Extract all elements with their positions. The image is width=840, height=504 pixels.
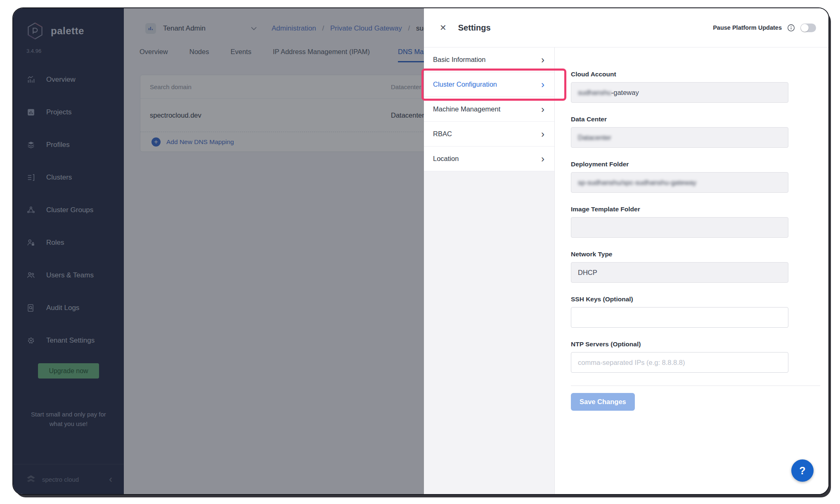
field-placeholder: comma-separated IPs (e.g: 8.8.8.8) [578, 359, 685, 367]
cloud-account-group: Cloud Account sudhanshu-gateway [571, 71, 820, 103]
pause-platform-updates-control: Pause Platform Updates [713, 24, 816, 32]
settings-menu-cluster-configuration[interactable]: Cluster Configuration › [424, 72, 554, 97]
deployment-folder-label: Deployment Folder [571, 161, 820, 168]
menu-item-label: RBAC [433, 130, 452, 138]
settings-menu-machine-management[interactable]: Machine Management › [424, 97, 554, 122]
deployment-folder-field[interactable]: sp-sudhanshu/spc-sudhanshu-gateway [571, 172, 788, 193]
ntp-servers-label: NTP Servers (Optional) [571, 341, 820, 348]
network-type-label: Network Type [571, 251, 820, 258]
chevron-right-icon: › [541, 104, 544, 114]
data-center-label: Data Center [571, 116, 820, 123]
network-type-group: Network Type DHCP [571, 251, 820, 283]
info-icon[interactable] [787, 24, 795, 32]
form-divider [571, 386, 820, 386]
chevron-right-icon: › [541, 80, 544, 90]
settings-menu-rbac[interactable]: RBAC › [424, 122, 554, 147]
redacted-text: sudhanshu [578, 89, 611, 97]
image-template-folder-field[interactable] [571, 217, 788, 238]
image-template-folder-group: Image Template Folder [571, 206, 820, 238]
redacted-text: Datacenter [578, 134, 611, 142]
ntp-servers-group: NTP Servers (Optional) comma-separated I… [571, 341, 820, 373]
cluster-configuration-form: Cloud Account sudhanshu-gateway Data Cen… [571, 47, 820, 411]
save-changes-button[interactable]: Save Changes [571, 393, 635, 411]
menu-item-label: Machine Management [433, 105, 500, 113]
field-value: DHCP [578, 269, 597, 277]
app-window: palette 3.4.96 Overview Projects [12, 7, 829, 495]
data-center-field[interactable]: Datacenter [571, 127, 788, 148]
data-center-group: Data Center Datacenter [571, 116, 820, 148]
deployment-folder-group: Deployment Folder sp-sudhanshu/spc-sudha… [571, 161, 820, 193]
menu-item-label: Location [433, 155, 459, 163]
toggle-knob [801, 24, 809, 32]
pause-platform-updates-label: Pause Platform Updates [713, 24, 782, 31]
settings-menu-basic-information[interactable]: Basic Information › [424, 47, 554, 72]
chevron-right-icon: › [541, 154, 544, 164]
network-type-field[interactable]: DHCP [571, 262, 788, 283]
help-button[interactable]: ? [791, 459, 814, 482]
settings-panel: ✕ Settings Pause Platform Updates Basic … [424, 8, 828, 494]
settings-menu: Basic Information › Cluster Configuratio… [424, 47, 555, 494]
ssh-keys-group: SSH Keys (Optional) [571, 296, 820, 328]
menu-item-label: Basic Information [433, 56, 485, 64]
redacted-text: sp-sudhanshu/spc-sudhanshu-gateway [578, 179, 696, 187]
field-value: -gateway [611, 89, 639, 97]
close-icon[interactable]: ✕ [440, 23, 447, 33]
image-template-folder-label: Image Template Folder [571, 206, 820, 213]
ssh-keys-field[interactable] [571, 307, 788, 328]
modal-dim-overlay [13, 8, 424, 494]
pause-updates-toggle[interactable] [800, 24, 816, 32]
cloud-account-field[interactable]: sudhanshu-gateway [571, 82, 788, 103]
ntp-servers-field[interactable]: comma-separated IPs (e.g: 8.8.8.8) [571, 352, 788, 373]
settings-menu-location[interactable]: Location › [424, 147, 554, 171]
settings-panel-header: ✕ Settings Pause Platform Updates [424, 8, 828, 47]
menu-item-label: Cluster Configuration [433, 80, 497, 88]
cloud-account-label: Cloud Account [571, 71, 820, 78]
ssh-keys-label: SSH Keys (Optional) [571, 296, 820, 303]
settings-title: Settings [458, 23, 491, 33]
chevron-right-icon: › [541, 55, 544, 65]
chevron-right-icon: › [541, 129, 544, 139]
